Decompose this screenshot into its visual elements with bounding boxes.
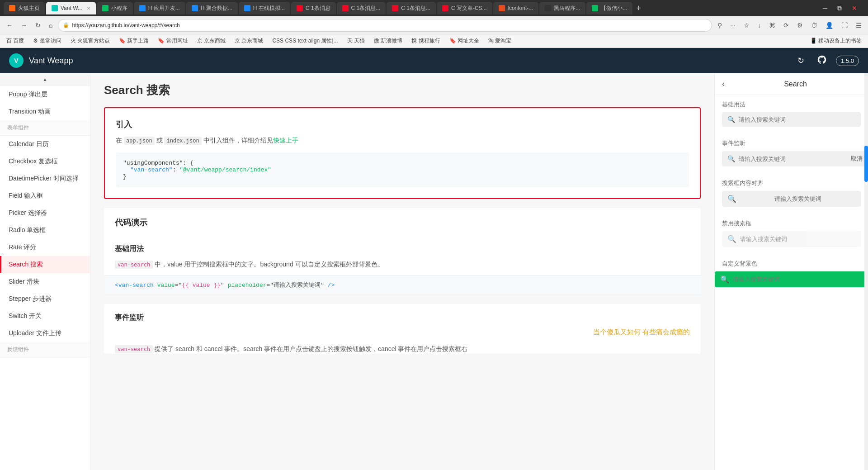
bookmark-baidu[interactable]: 百 百度 bbox=[4, 36, 27, 46]
sidebar-item-transition[interactable]: Transition 动画 bbox=[0, 103, 90, 120]
bookmark-jd1[interactable]: 京 京东商城 bbox=[194, 36, 228, 46]
tab-vant[interactable]: Vant W... ✕ bbox=[46, 2, 96, 14]
tab-msg3[interactable]: C 1条消息... bbox=[387, 2, 436, 14]
minimize-button[interactable]: ─ bbox=[819, 4, 831, 13]
bookmark-weibo[interactable]: 微 新浪微博 bbox=[371, 36, 405, 46]
bookmark-nav[interactable]: 🔖 网址大全 bbox=[447, 36, 482, 46]
intro-code-line1: "usingComponents": { bbox=[123, 160, 682, 166]
sidebar-item-uploader[interactable]: Uploader 文件上传 bbox=[0, 325, 90, 342]
bookmark-mobile[interactable]: 📱 移动设备上的书签 bbox=[807, 36, 864, 46]
bookmark-firefox[interactable]: 火 火狐官方站点 bbox=[68, 36, 113, 46]
sidebar-item-field[interactable]: Field 输入框 bbox=[0, 187, 90, 204]
app-header: V Vant Weapp ↻ 1.5.0 bbox=[0, 48, 868, 73]
preview-basic-input[interactable] bbox=[739, 116, 855, 123]
intro-card: 引入 在 app.json 或 index.json 中引入组件，详细介绍见快速… bbox=[104, 107, 701, 199]
preview-event-input[interactable] bbox=[739, 156, 847, 162]
profile-button[interactable]: 👤 bbox=[823, 20, 836, 31]
bookmark-taobao[interactable]: 淘 爱淘宝 bbox=[486, 36, 514, 46]
tab-favicon-weixin bbox=[592, 5, 598, 11]
tab-favicon-msg2 bbox=[342, 5, 349, 11]
cancel-button[interactable]: 取消 bbox=[851, 155, 863, 163]
tab-heima[interactable]: 黑马程序... bbox=[539, 2, 585, 14]
extensions-button[interactable]: ⚙ bbox=[794, 20, 806, 31]
search-icon-disabled: 🔍 bbox=[727, 235, 736, 243]
sidebar-category-feedback: 反馈组件 bbox=[0, 342, 90, 357]
bookmark-tmall[interactable]: 天 天猫 bbox=[344, 36, 368, 46]
code-placeholder-eq: ="请输入搜索关键词" bbox=[267, 282, 324, 289]
tab-juhe[interactable]: H 聚合数据... bbox=[186, 2, 238, 14]
bookmark-button[interactable]: ☆ bbox=[741, 20, 752, 31]
bookmark-ctrip[interactable]: 携 携程旅行 bbox=[409, 36, 443, 46]
tab-miniprogram[interactable]: 小程序 bbox=[97, 2, 133, 14]
code-value: "@vant/weapp/search/index" bbox=[179, 166, 271, 173]
sidebar-item-radio[interactable]: Radio 单选框 bbox=[0, 222, 90, 239]
search-bar-button[interactable]: ⚲ bbox=[715, 20, 725, 31]
preview-green-search[interactable]: 🔍 bbox=[715, 271, 868, 287]
forward-button[interactable]: → bbox=[18, 20, 30, 31]
sidebar-scroll-up[interactable]: ▲ bbox=[40, 75, 50, 84]
quickstart-link[interactable]: 快速上手 bbox=[273, 137, 298, 144]
tab-weixin[interactable]: 【微信小... bbox=[586, 2, 632, 14]
main-content: ▲ Popup 弹出层 Transition 动画 表单组件 Calendar … bbox=[0, 73, 868, 470]
bookmark-css[interactable]: CSS CSS text-align 属性|... bbox=[269, 36, 340, 46]
github-button[interactable] bbox=[813, 53, 830, 69]
sidebar-item-datetimepicker[interactable]: DatetimePicker 时间选择 bbox=[0, 170, 90, 187]
tab-favicon-mini bbox=[102, 5, 108, 11]
preview-back-button[interactable]: ‹ bbox=[722, 79, 725, 89]
preview-basic-search[interactable]: 🔍 bbox=[722, 112, 861, 127]
more-button[interactable]: ··· bbox=[727, 20, 738, 31]
tab-article[interactable]: C 写文章-CS... bbox=[437, 2, 492, 14]
library-button[interactable]: ⌘ bbox=[766, 20, 778, 31]
code-attr-placeholder: placeholder bbox=[228, 282, 267, 289]
tab-firefox[interactable]: 火狐主页 bbox=[4, 2, 45, 14]
tab-bar: 火狐主页 Vant W... ✕ 小程序 H 应用开发... H 聚合数据...… bbox=[0, 0, 868, 16]
sidebar-item-switch[interactable]: Switch 开关 bbox=[0, 308, 90, 325]
tab-msg2[interactable]: C 1条消息... bbox=[337, 2, 386, 14]
sidebar-item-picker[interactable]: Picker 选择器 bbox=[0, 204, 90, 222]
fullscreen-button[interactable]: ⛶ bbox=[839, 20, 850, 31]
sidebar-item-slider[interactable]: Slider 滑块 bbox=[0, 273, 90, 290]
bookmark-newuser[interactable]: 🔖 新手上路 bbox=[116, 36, 151, 46]
tab-msg1[interactable]: C 1条消息 bbox=[291, 2, 336, 14]
refresh-app-button[interactable]: ↻ bbox=[794, 54, 808, 67]
sidebar-item-search[interactable]: Search 搜索 bbox=[0, 256, 90, 273]
sidebar-item-stepper[interactable]: Stepper 步进器 bbox=[0, 290, 90, 308]
version-button[interactable]: 1.5.0 bbox=[836, 56, 859, 66]
sidebar-item-radio-label: Radio 单选框 bbox=[9, 226, 46, 233]
sidebar-item-popup[interactable]: Popup 弹出层 bbox=[0, 86, 90, 103]
sidebar-item-rate[interactable]: Rate 评分 bbox=[0, 239, 90, 256]
preview-green-input[interactable] bbox=[733, 276, 863, 283]
back-button[interactable]: ← bbox=[4, 20, 15, 31]
demo-section-title: 代码演示 bbox=[104, 208, 701, 228]
tab-favicon-online bbox=[244, 5, 250, 11]
sidebar-item-calendar[interactable]: Calendar 日历 bbox=[0, 136, 90, 153]
preview-center-input[interactable] bbox=[740, 195, 855, 202]
restore-button[interactable]: ⧉ bbox=[834, 4, 845, 13]
bookmark-frequent[interactable]: ⚙ 最常访问 bbox=[30, 36, 64, 46]
history-button[interactable]: ⏱ bbox=[808, 20, 820, 31]
tab-online[interactable]: H 在线模拟... bbox=[239, 2, 290, 14]
tab-add-button[interactable]: + bbox=[633, 4, 644, 13]
app-title: Vant Weapp bbox=[29, 56, 73, 66]
preview-event-search[interactable]: 🔍 取消 bbox=[722, 151, 868, 166]
download-button[interactable]: ↓ bbox=[755, 20, 764, 31]
preview-scrollbar-thumb[interactable] bbox=[864, 146, 868, 182]
sidebar-item-switch-label: Switch 开关 bbox=[9, 312, 42, 319]
preview-center-search[interactable]: 🔍 bbox=[722, 191, 861, 207]
bookmark-sites[interactable]: 🔖 常用网址 bbox=[155, 36, 190, 46]
tab-appdev[interactable]: H 应用开发... bbox=[134, 2, 185, 14]
sync-button[interactable]: ⟳ bbox=[781, 20, 792, 31]
bookmark-jd2[interactable]: 京 京东商城 bbox=[232, 36, 266, 46]
sidebar-category-feedback-label: 反馈组件 bbox=[7, 346, 29, 352]
tab-close-vant[interactable]: ✕ bbox=[87, 6, 90, 11]
tab-label-appdev: H 应用开发... bbox=[148, 5, 180, 12]
address-bar[interactable]: 🔒 https://youzan.github.io/vant-weapp/#/… bbox=[58, 19, 712, 32]
sidebar-item-transition-label: Transition 动画 bbox=[9, 108, 51, 115]
sidebar-item-checkbox[interactable]: Checkbox 复选框 bbox=[0, 153, 90, 170]
close-button[interactable]: ✕ bbox=[848, 4, 861, 13]
menu-button[interactable]: ☰ bbox=[853, 20, 864, 31]
home-button[interactable]: ⌂ bbox=[46, 20, 55, 31]
refresh-button[interactable]: ↻ bbox=[33, 20, 43, 31]
tab-iconfont[interactable]: Iconfont-... bbox=[493, 2, 539, 14]
search-icon-event: 🔍 bbox=[727, 155, 735, 162]
